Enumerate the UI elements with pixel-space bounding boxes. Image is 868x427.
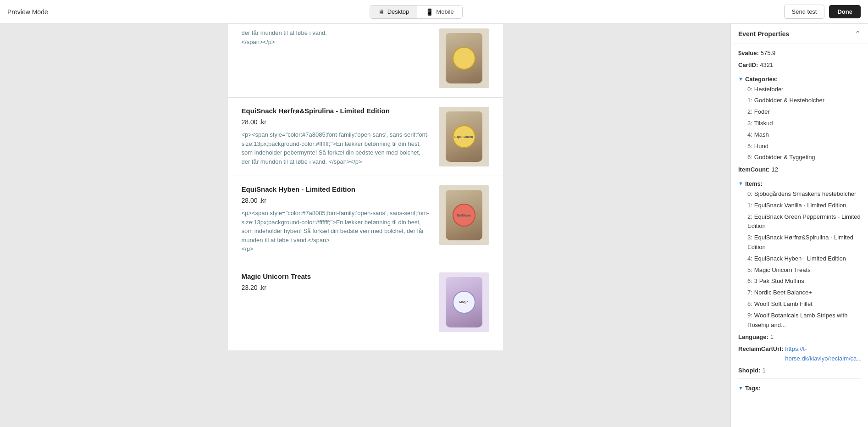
value-key: $value: bbox=[738, 49, 759, 58]
product-block-0: EquiSnack Hørfrø&Spirulina - Limited Edi… bbox=[228, 98, 503, 176]
bag-label bbox=[453, 47, 475, 70]
bag-shape bbox=[446, 33, 482, 83]
categories-list: 0:Hestefoder1:Godbidder & Hestebolcher2:… bbox=[738, 84, 861, 164]
items-item: 1:EquiSnack Vanilla - Limited Edition bbox=[738, 200, 861, 211]
product-block-top-partial: der får munden til at løbe i vand. </spa… bbox=[228, 24, 503, 98]
items-item: 8:Woolf Soft Lamb Fillet bbox=[738, 299, 861, 310]
reclaim-key: ReclaimCartUrl: bbox=[738, 344, 783, 354]
category-item: 3:Tilskud bbox=[738, 118, 861, 129]
items-item: 6:3 Pak Stud Muffins bbox=[738, 276, 861, 287]
product-info-2: Magic Unicorn Treats 23.20 .kr bbox=[242, 272, 430, 296]
bag-label-0: EquiSnack bbox=[453, 125, 475, 148]
main-layout: der får munden til at løbe i vand. </spa… bbox=[0, 24, 868, 427]
tags-section: ▼ Tags: bbox=[738, 382, 861, 395]
category-item: 5:Hund bbox=[738, 141, 861, 152]
category-item: 0:Hestefoder bbox=[738, 84, 861, 95]
reclaim-val[interactable]: https://t-horse.dk/klaviyo/reclaim/ca... bbox=[785, 344, 862, 364]
product-block-2: Magic Unicorn Treats 23.20 .kr Magic bbox=[228, 263, 503, 341]
device-toggle: 🖥 Desktop 📱 Mobile bbox=[370, 5, 463, 19]
items-item: 5:Magic Unicorn Treats bbox=[738, 265, 861, 276]
product-price-2: 23.20 .kr bbox=[242, 284, 430, 291]
product-price-0: 28.00 .kr bbox=[242, 118, 430, 126]
right-panel: Event Properties ⌃ $value: 575.9 CartID:… bbox=[730, 24, 868, 427]
product-info-1: EquiSnack Hyben - Limited Edition 28.00 … bbox=[242, 185, 430, 254]
product-block-1: EquiSnack Hyben - Limited Edition 28.00 … bbox=[228, 176, 503, 263]
items-item: 9:Woolf Botanicals Lamb Stripes with Ros… bbox=[738, 310, 861, 331]
product-info-0: EquiSnack Hørfrø&Spirulina - Limited Edi… bbox=[242, 107, 430, 166]
bag-shape-0: EquiSnack bbox=[446, 111, 482, 162]
categories-section: ▼ Categories: 0:Hestefoder1:Godbidder & … bbox=[738, 72, 861, 166]
email-preview[interactable]: der får munden til at løbe i vand. </spa… bbox=[0, 24, 730, 427]
cartid-key: CartID: bbox=[738, 61, 758, 70]
product-desc-1: <p><span style="color:#7a8085;font-famil… bbox=[242, 209, 430, 254]
items-item: 0:Sjöbogårdens Smaskens hestebolcher bbox=[738, 189, 861, 200]
bag-label-2: Magic bbox=[453, 291, 475, 314]
product-info-partial: der får munden til at løbe i vand. </spa… bbox=[242, 28, 430, 46]
bag-shape-1: EnBisse bbox=[446, 190, 482, 240]
top-bar-actions: Send test Done bbox=[784, 5, 861, 19]
language-row: Language: 1 bbox=[738, 333, 861, 342]
items-item: 3:EquiSnack Hørfrø&Spirulina - Limited E… bbox=[738, 232, 861, 253]
categories-arrow: ▼ bbox=[738, 76, 743, 82]
cartid-row: CartID: 4321 bbox=[738, 61, 861, 70]
product-price-1: 28.00 .kr bbox=[242, 197, 430, 204]
product-image-2: Magic bbox=[439, 272, 489, 332]
itemcount-val: 12 bbox=[772, 165, 778, 175]
top-bar: Preview Mode 🖥 Desktop 📱 Mobile Send tes… bbox=[0, 0, 868, 24]
shopid-row: ShopId: 1 bbox=[738, 366, 861, 376]
panel-title: Event Properties bbox=[738, 30, 789, 38]
panel-header: Event Properties ⌃ bbox=[731, 24, 868, 44]
email-canvas: der får munden til at løbe i vand. </spa… bbox=[228, 24, 503, 350]
product-name-2: Magic Unicorn Treats bbox=[242, 272, 430, 280]
language-key: Language: bbox=[738, 333, 768, 342]
desktop-button[interactable]: 🖥 Desktop bbox=[370, 6, 418, 18]
desktop-icon: 🖥 bbox=[378, 8, 385, 16]
divider bbox=[738, 378, 861, 379]
product-image-partial bbox=[439, 28, 489, 88]
reclaim-row: ReclaimCartUrl: https://t-horse.dk/klavi… bbox=[738, 344, 861, 364]
bag-shape-2: Magic bbox=[446, 277, 482, 327]
tags-header[interactable]: ▼ Tags: bbox=[738, 383, 861, 393]
items-item: 4:EquiSnack Hyben - Limited Edition bbox=[738, 253, 861, 265]
itemcount-key: ItemCount: bbox=[738, 165, 770, 175]
send-test-button[interactable]: Send test bbox=[784, 5, 825, 19]
tags-key: Tags: bbox=[745, 385, 761, 392]
itemcount-row: ItemCount: 12 bbox=[738, 165, 861, 175]
mobile-icon: 📱 bbox=[426, 8, 433, 16]
shopid-key: ShopId: bbox=[738, 366, 760, 376]
category-item: 1:Godbidder & Hestebolcher bbox=[738, 95, 861, 106]
preview-mode-label: Preview Mode bbox=[7, 8, 48, 16]
items-section: ▼ Items: 0:Sjöbogårdens Smaskens hestebo… bbox=[738, 177, 861, 333]
items-key: Items: bbox=[745, 180, 763, 187]
collapse-icon[interactable]: ⌃ bbox=[855, 29, 861, 38]
category-item: 6:Godbidder & Tyggeting bbox=[738, 152, 861, 163]
done-button[interactable]: Done bbox=[829, 5, 861, 18]
cartid-val: 4321 bbox=[760, 61, 773, 70]
category-item: 2:Foder bbox=[738, 106, 861, 118]
items-arrow: ▼ bbox=[738, 181, 743, 186]
language-val: 1 bbox=[770, 333, 774, 342]
props-list: $value: 575.9 CartID: 4321 ▼ Categories:… bbox=[731, 44, 868, 399]
items-item: 7:Nordic Beet Balance+ bbox=[738, 287, 861, 299]
product-desc-0: <p><span style="color:#7a8085;font-famil… bbox=[242, 130, 430, 166]
mobile-button[interactable]: 📱 Mobile bbox=[417, 6, 462, 18]
items-item: 2:EquiSnack Green Peppermints - Limited … bbox=[738, 211, 861, 233]
value-val: 575.9 bbox=[761, 49, 776, 58]
product-image-0: EquiSnack bbox=[439, 107, 489, 166]
shopid-val: 1 bbox=[762, 366, 765, 376]
categories-header[interactable]: ▼ Categories: bbox=[738, 74, 861, 84]
product-name-0: EquiSnack Hørfrø&Spirulina - Limited Edi… bbox=[242, 107, 430, 115]
product-name-1: EquiSnack Hyben - Limited Edition bbox=[242, 185, 430, 193]
value-row: $value: 575.9 bbox=[738, 49, 861, 58]
items-list: 0:Sjöbogårdens Smaskens hestebolcher1:Eq… bbox=[738, 189, 861, 331]
bag-label-1: EnBisse bbox=[453, 204, 475, 227]
categories-key: Categories: bbox=[745, 76, 778, 83]
product-image-1: EnBisse bbox=[439, 185, 489, 245]
product-desc-partial: der får munden til at løbe i vand. </spa… bbox=[242, 28, 430, 46]
tags-arrow: ▼ bbox=[738, 385, 743, 391]
items-header[interactable]: ▼ Items: bbox=[738, 179, 861, 189]
category-item: 4:Mash bbox=[738, 129, 861, 141]
